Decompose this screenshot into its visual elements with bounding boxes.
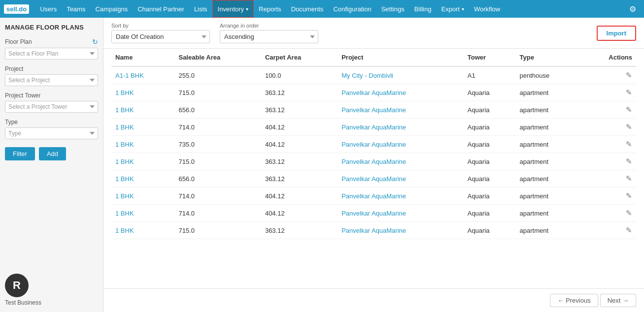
row-type: penthouse bbox=[516, 66, 582, 84]
row-name[interactable]: 1 BHK bbox=[111, 136, 174, 153]
row-type: apartment bbox=[516, 170, 582, 187]
edit-icon[interactable]: ✎ bbox=[626, 105, 632, 114]
project-select[interactable]: Select a Project bbox=[5, 74, 98, 86]
avatar-name: Test Business bbox=[5, 299, 41, 306]
edit-icon[interactable]: ✎ bbox=[626, 71, 632, 79]
row-saleable-area: 714.0 bbox=[174, 187, 261, 205]
table-row: 1 BHK 715.0 363.12 Panvelkar AquaMarine … bbox=[111, 222, 636, 239]
row-project[interactable]: Panvelkar AquaMarine bbox=[338, 187, 464, 205]
row-tower: Aquaria bbox=[464, 101, 516, 119]
nav-billing[interactable]: Billing bbox=[409, 0, 437, 18]
row-actions: ✎ bbox=[581, 84, 636, 101]
project-tower-select[interactable]: Select a Project Tower bbox=[5, 101, 98, 113]
row-name[interactable]: 1 BHK bbox=[111, 153, 174, 170]
row-saleable-area: 714.0 bbox=[174, 119, 261, 136]
row-type: apartment bbox=[516, 205, 582, 222]
row-tower: Aquaria bbox=[464, 170, 516, 187]
add-button[interactable]: Add bbox=[39, 147, 66, 160]
row-project[interactable]: Panvelkar AquaMarine bbox=[338, 101, 464, 119]
inventory-caret-icon: ▾ bbox=[246, 6, 248, 12]
nav-settings[interactable]: Settings bbox=[376, 0, 409, 18]
row-type: apartment bbox=[516, 153, 582, 170]
row-project[interactable]: Panvelkar AquaMarine bbox=[338, 153, 464, 170]
type-select[interactable]: Type bbox=[5, 127, 98, 139]
pagination-bar: ← Previous Next → bbox=[103, 288, 644, 312]
col-name: Name bbox=[111, 49, 174, 66]
row-project[interactable]: Panvelkar AquaMarine bbox=[338, 119, 464, 136]
edit-icon[interactable]: ✎ bbox=[626, 209, 632, 217]
nav-campaigns[interactable]: Campaigns bbox=[90, 0, 133, 18]
row-name[interactable]: 1 BHK bbox=[111, 205, 174, 222]
edit-icon[interactable]: ✎ bbox=[626, 157, 632, 165]
table-row: 1 BHK 714.0 404.12 Panvelkar AquaMarine … bbox=[111, 119, 636, 136]
row-project[interactable]: Panvelkar AquaMarine bbox=[338, 205, 464, 222]
row-saleable-area: 715.0 bbox=[174, 84, 261, 101]
row-tower: Aquaria bbox=[464, 187, 516, 205]
content-area: Sort by Date Of Creation Arrange in orde… bbox=[103, 18, 644, 312]
prev-page-button[interactable]: ← Previous bbox=[550, 294, 598, 307]
filter-button[interactable]: Filter bbox=[5, 147, 35, 160]
nav-users[interactable]: Users bbox=[35, 0, 62, 18]
row-tower: Aquaria bbox=[464, 136, 516, 153]
row-tower: Aquaria bbox=[464, 119, 516, 136]
edit-icon[interactable]: ✎ bbox=[626, 226, 632, 234]
nav-lists[interactable]: Lists bbox=[189, 0, 212, 18]
row-type: apartment bbox=[516, 119, 582, 136]
row-name[interactable]: A1-1 BHK bbox=[111, 66, 174, 84]
row-name[interactable]: 1 BHK bbox=[111, 119, 174, 136]
col-actions: Actions bbox=[581, 49, 636, 66]
nav-workflow[interactable]: Workflow bbox=[469, 0, 505, 18]
col-tower: Tower bbox=[464, 49, 516, 66]
row-saleable-area: 715.0 bbox=[174, 222, 261, 239]
col-type: Type bbox=[516, 49, 582, 66]
row-type: apartment bbox=[516, 222, 582, 239]
row-actions: ✎ bbox=[581, 187, 636, 205]
row-saleable-area: 715.0 bbox=[174, 153, 261, 170]
col-project: Project bbox=[338, 49, 464, 66]
row-actions: ✎ bbox=[581, 66, 636, 84]
import-button[interactable]: Import bbox=[597, 26, 636, 41]
export-caret-icon: ▾ bbox=[462, 6, 464, 12]
table-row: 1 BHK 715.0 363.12 Panvelkar AquaMarine … bbox=[111, 84, 636, 101]
filter-buttons: Filter Add bbox=[5, 147, 98, 160]
table-row: 1 BHK 714.0 404.12 Panvelkar AquaMarine … bbox=[111, 205, 636, 222]
row-tower: A1 bbox=[464, 66, 516, 84]
row-project[interactable]: Panvelkar AquaMarine bbox=[338, 136, 464, 153]
sort-by-select[interactable]: Date Of Creation bbox=[111, 30, 210, 43]
nav-reports[interactable]: Reports bbox=[254, 0, 286, 18]
row-project[interactable]: Panvelkar AquaMarine bbox=[338, 170, 464, 187]
floor-plan-select[interactable]: Select a Floor Plan bbox=[5, 48, 98, 60]
nav-teams[interactable]: Teams bbox=[62, 0, 90, 18]
row-project[interactable]: My City - Dombivli bbox=[338, 66, 464, 84]
edit-icon[interactable]: ✎ bbox=[626, 140, 632, 148]
edit-icon[interactable]: ✎ bbox=[626, 174, 632, 183]
row-tower: Aquaria bbox=[464, 153, 516, 170]
row-tower: Aquaria bbox=[464, 222, 516, 239]
sort-by-group: Sort by Date Of Creation bbox=[111, 23, 210, 43]
nav-channel-partner[interactable]: Channel Partner bbox=[133, 0, 189, 18]
nav-export[interactable]: Export ▾ bbox=[436, 0, 469, 18]
refresh-icon[interactable]: ↻ bbox=[92, 38, 98, 46]
settings-gear-icon[interactable]: ⚙ bbox=[625, 4, 640, 14]
edit-icon[interactable]: ✎ bbox=[626, 123, 632, 131]
row-carpet-area: 404.12 bbox=[261, 187, 338, 205]
row-name[interactable]: 1 BHK bbox=[111, 222, 174, 239]
edit-icon[interactable]: ✎ bbox=[626, 191, 632, 200]
table-row: 1 BHK 656.0 363.12 Panvelkar AquaMarine … bbox=[111, 101, 636, 119]
col-carpet-area: Carpet Area bbox=[261, 49, 338, 66]
logo[interactable]: sell.do bbox=[4, 4, 29, 14]
row-carpet-area: 100.0 bbox=[261, 66, 338, 84]
nav-configuration[interactable]: Configuration bbox=[328, 0, 376, 18]
edit-icon[interactable]: ✎ bbox=[626, 88, 632, 96]
row-name[interactable]: 1 BHK bbox=[111, 170, 174, 187]
next-page-button[interactable]: Next → bbox=[600, 294, 636, 307]
row-name[interactable]: 1 BHK bbox=[111, 84, 174, 101]
row-name[interactable]: 1 BHK bbox=[111, 101, 174, 119]
arrange-select[interactable]: Ascending bbox=[220, 30, 318, 43]
row-type: apartment bbox=[516, 84, 582, 101]
row-project[interactable]: Panvelkar AquaMarine bbox=[338, 84, 464, 101]
nav-inventory[interactable]: Inventory ▾ bbox=[212, 0, 254, 18]
nav-documents[interactable]: Documents bbox=[286, 0, 329, 18]
row-name[interactable]: 1 BHK bbox=[111, 187, 174, 205]
row-project[interactable]: Panvelkar AquaMarine bbox=[338, 222, 464, 239]
